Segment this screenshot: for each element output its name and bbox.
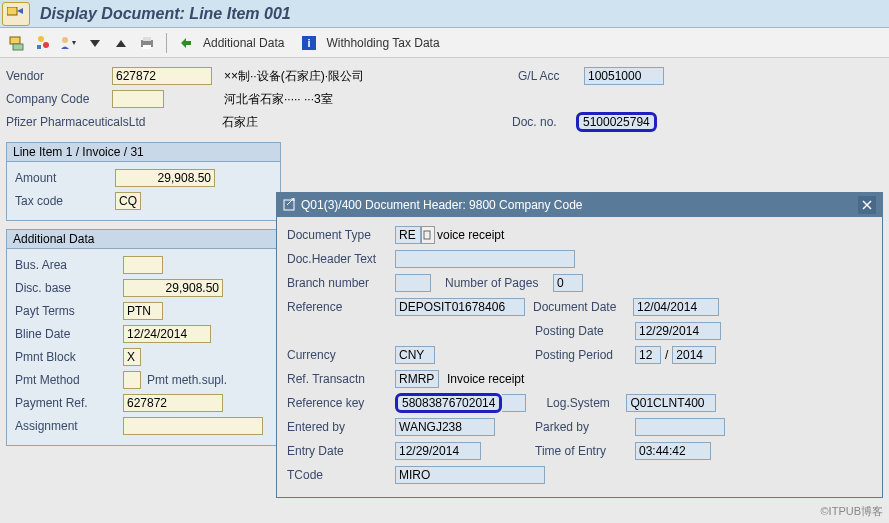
separator: [166, 33, 167, 53]
pmnt-block-field[interactable]: X: [123, 348, 141, 366]
entry-time-field: 03:44:42: [635, 442, 711, 460]
log-sys-field: Q01CLNT400: [626, 394, 716, 412]
line-item-tab[interactable]: Line Item 1 / Invoice / 31: [7, 143, 280, 162]
doc-header-field: [395, 250, 575, 268]
parked-by-field: [635, 418, 725, 436]
bline-date-label: Bline Date: [15, 327, 123, 341]
triangle-up-icon[interactable]: [110, 32, 132, 54]
document-header-dialog: Q01(3)/400 Document Header: 9800 Company…: [276, 192, 883, 498]
additional-data-button[interactable]: Additional Data: [203, 36, 284, 50]
doc-header-label: Doc.Header Text: [287, 252, 395, 266]
city-label: 石家庄: [222, 114, 512, 131]
pfizer-label: Pfizer PharmaceuticalsLtd: [6, 115, 222, 129]
svg-rect-1: [10, 37, 20, 44]
currency-field: CNY: [395, 346, 435, 364]
payment-ref-field[interactable]: 627872: [123, 394, 223, 412]
pages-label: Number of Pages: [445, 276, 553, 290]
branch-label: Branch number: [287, 276, 395, 290]
svg-point-4: [43, 42, 49, 48]
assignment-label: Assignment: [15, 419, 123, 433]
doc-no-field: 5100025794: [576, 112, 657, 132]
dialog-icon: [283, 198, 297, 212]
bus-area-label: Bus. Area: [15, 258, 123, 272]
pages-field: 0: [553, 274, 583, 292]
disc-base-label: Disc. base: [15, 281, 123, 295]
tree-icon[interactable]: [6, 32, 28, 54]
info-icon[interactable]: i: [298, 32, 320, 54]
posting-period-year: 2014: [672, 346, 716, 364]
svg-rect-13: [424, 231, 430, 239]
dialog-body: Document Type RE voice receipt Doc.Heade…: [277, 217, 882, 497]
doc-type-desc: voice receipt: [437, 228, 504, 242]
payt-terms-label: Payt Terms: [15, 304, 123, 318]
toolbar: Additional Data i Withholding Tax Data: [0, 28, 889, 58]
doc-date-label: Document Date: [533, 300, 633, 314]
svg-rect-0: [7, 7, 17, 15]
posting-date-field: 12/29/2014: [635, 322, 721, 340]
ref-key-ext: [502, 394, 526, 412]
ref-trans-desc: Invoice receipt: [447, 372, 524, 386]
tcode-field: MIRO: [395, 466, 545, 484]
vendor-label: Vendor: [6, 69, 112, 83]
pmnt-block-label: Pmnt Block: [15, 350, 123, 364]
vendor-field[interactable]: 627872: [112, 67, 212, 85]
svg-rect-9: [143, 45, 151, 49]
title-bar: Display Document: Line Item 001: [0, 0, 889, 28]
bus-area-field[interactable]: [123, 256, 163, 274]
pmt-supl-label: Pmt meth.supl.: [147, 373, 227, 387]
tax-code-field[interactable]: CQ: [115, 192, 141, 210]
gl-acc-label: G/L Acc: [518, 69, 584, 83]
doc-date-field: 12/04/2014: [633, 298, 719, 316]
payment-ref-label: Payment Ref.: [15, 396, 123, 410]
bline-date-field[interactable]: 12/24/2014: [123, 325, 211, 343]
dialog-title-bar: Q01(3)/400 Document Header: 9800 Company…: [277, 193, 882, 217]
additional-data-icon[interactable]: [175, 32, 197, 54]
posting-date-label: Posting Date: [535, 324, 635, 338]
payt-terms-field[interactable]: PTN: [123, 302, 163, 320]
vendor-desc1: ××制··设备(石家庄)·限公司: [224, 68, 444, 85]
triangle-down-icon[interactable]: [84, 32, 106, 54]
svg-point-3: [38, 36, 44, 42]
dialog-title: Q01(3)/400 Document Header: 9800 Company…: [301, 198, 583, 212]
entry-date-field: 12/29/2014: [395, 442, 481, 460]
entered-by-field: WANGJ238: [395, 418, 495, 436]
overview-icon[interactable]: [32, 32, 54, 54]
svg-rect-12: [284, 200, 294, 210]
amount-field[interactable]: 29,908.50: [115, 169, 215, 187]
log-sys-label: Log.System: [546, 396, 626, 410]
svg-rect-8: [143, 37, 151, 41]
ref-key-label: Reference key: [287, 396, 395, 410]
ref-trans-field: RMRP: [395, 370, 439, 388]
additional-data-title: Additional Data: [6, 229, 281, 249]
company-code-field[interactable]: [112, 90, 164, 108]
line-item-panel: Line Item 1 / Invoice / 31 Amount 29,908…: [6, 142, 281, 221]
entry-date-label: Entry Date: [287, 444, 395, 458]
company-code-label: Company Code: [6, 92, 112, 106]
disc-base-field[interactable]: 29,908.50: [123, 279, 223, 297]
reference-field: DEPOSIT01678406: [395, 298, 525, 316]
page-title: Display Document: Line Item 001: [40, 5, 291, 23]
doc-no-label: Doc. no.: [512, 115, 576, 129]
withholding-tax-button[interactable]: Withholding Tax Data: [326, 36, 439, 50]
tax-code-label: Tax code: [15, 194, 115, 208]
entry-time-label: Time of Entry: [535, 444, 635, 458]
posting-period-sep: /: [665, 348, 668, 362]
svg-rect-2: [13, 44, 23, 50]
additional-data-body: Bus. Area Disc. base29,908.50 Payt Terms…: [6, 249, 281, 446]
currency-label: Currency: [287, 348, 395, 362]
nav-icon-button[interactable]: [2, 2, 30, 26]
branch-field: [395, 274, 431, 292]
tcode-label: TCode: [287, 468, 395, 482]
gl-acc-field: 10051000: [584, 67, 664, 85]
watermark: ©ITPUB博客: [821, 504, 884, 519]
doc-type-field: RE: [395, 226, 421, 244]
company-desc: 河北省石家····· ···3室: [224, 91, 464, 108]
svg-rect-5: [37, 45, 41, 49]
assignment-field[interactable]: [123, 417, 263, 435]
close-icon[interactable]: [858, 196, 876, 214]
user-dropdown-icon[interactable]: [58, 32, 80, 54]
search-help-icon[interactable]: [421, 226, 435, 244]
pmt-method-field[interactable]: [123, 371, 141, 389]
print-icon[interactable]: [136, 32, 158, 54]
reference-label: Reference: [287, 300, 395, 314]
